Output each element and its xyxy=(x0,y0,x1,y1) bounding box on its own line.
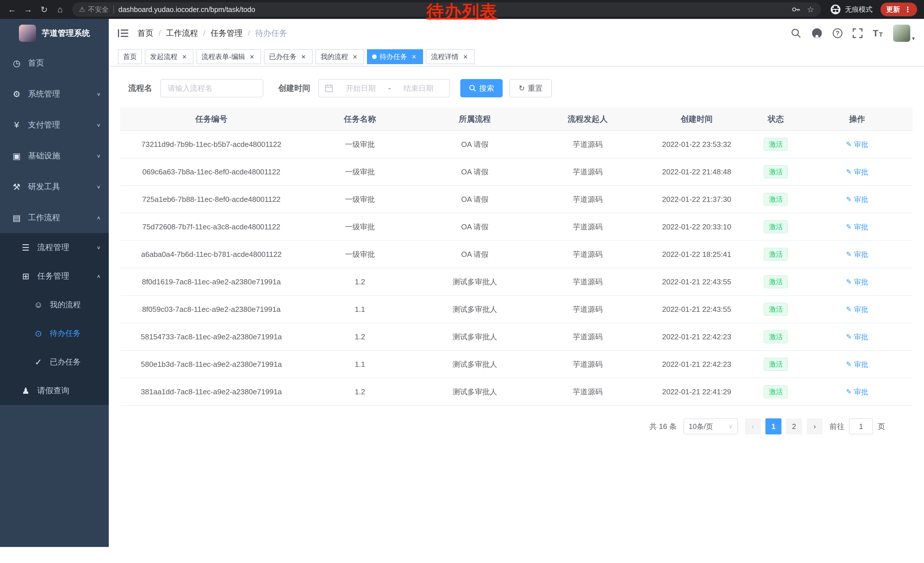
goto-page-input[interactable] xyxy=(849,418,873,434)
approve-link[interactable]: ✎审批 xyxy=(846,332,868,342)
sidebar-item-system[interactable]: ⚙ 系统管理 ∨ xyxy=(0,78,109,110)
breadcrumb-home[interactable]: 首页 xyxy=(137,28,153,39)
cell-status: 激活 xyxy=(750,158,802,186)
tab-todo-tasks[interactable]: 待办任务 × xyxy=(367,49,423,64)
cell-process: OA 请假 xyxy=(417,240,532,268)
sidebar-fold-icon[interactable] xyxy=(118,29,128,37)
approve-link[interactable]: ✎审批 xyxy=(846,140,868,149)
approve-link[interactable]: ✎审批 xyxy=(846,167,868,177)
search-button[interactable]: 搜索 xyxy=(460,79,502,98)
workflow-submenu: ☰ 流程管理 ∨ ⊞ 任务管理 ∧ ☺ 我的流程 ⊙ 待办任务 xyxy=(0,233,109,405)
fullscreen-icon[interactable] xyxy=(853,29,862,38)
cell-actions: ✎审批 xyxy=(801,186,912,213)
tab-create-process[interactable]: 发起流程 × xyxy=(145,49,194,64)
start-date-placeholder[interactable]: 开始日期 xyxy=(336,83,386,93)
sidebar-item-todo-tasks[interactable]: ⊙ 待办任务 xyxy=(0,319,109,348)
search-icon[interactable] xyxy=(791,28,801,38)
sidebar-item-infrastructure[interactable]: ▣ 基础设施 ∨ xyxy=(0,140,109,171)
github-icon[interactable] xyxy=(812,28,822,39)
cell-initiator: 芋道源码 xyxy=(532,296,643,323)
edit-icon: ✎ xyxy=(846,278,852,286)
close-icon[interactable]: × xyxy=(180,53,188,61)
bookmark-star-icon[interactable]: ☆ xyxy=(807,5,814,14)
chevron-down-icon: ∨ xyxy=(96,245,101,250)
tab-form-edit[interactable]: 流程表单-编辑 × xyxy=(196,49,261,64)
security-label: 不安全 xyxy=(88,5,109,14)
process-name-input[interactable] xyxy=(160,79,263,98)
approve-link[interactable]: ✎审批 xyxy=(846,222,868,232)
approve-link[interactable]: ✎审批 xyxy=(846,250,868,259)
close-icon[interactable]: × xyxy=(351,53,359,61)
chevron-up-icon: ∧ xyxy=(96,273,101,279)
reload-icon[interactable]: ↻ xyxy=(37,2,51,17)
page-1-button[interactable]: 1 xyxy=(765,418,782,434)
status-badge: 激活 xyxy=(764,385,788,398)
prev-page-button[interactable]: ‹ xyxy=(745,418,761,434)
approve-link[interactable]: ✎审批 xyxy=(846,360,868,369)
sidebar-item-leave-query[interactable]: ♟ 请假查询 xyxy=(0,376,109,405)
todo-task-table: 任务编号 任务名称 所属流程 流程发起人 创建时间 状态 操作 73211d9d… xyxy=(120,108,912,406)
cell-process: OA 请假 xyxy=(417,158,532,186)
sidebar-item-workflow[interactable]: ▤ 工作流程 ∧ xyxy=(0,202,109,233)
approve-link[interactable]: ✎审批 xyxy=(846,305,868,314)
date-range-picker[interactable]: 开始日期 - 结束日期 xyxy=(318,79,450,98)
page-size-select[interactable]: 10条/页 ∨ xyxy=(684,418,738,434)
tab-done-tasks[interactable]: 已办任务 × xyxy=(264,49,313,64)
sidebar-item-process-mgmt[interactable]: ☰ 流程管理 ∨ xyxy=(0,233,109,262)
security-status[interactable]: ⚠ 不安全 xyxy=(79,5,109,14)
cell-task-id: 8f0d1619-7ac8-11ec-a9e2-a2380e71991a xyxy=(120,268,303,296)
cell-initiator: 芋道源码 xyxy=(532,158,643,186)
pagination: 共 16 条 10条/页 ∨ ‹ 1 2 › 前往 页 xyxy=(120,418,912,434)
cell-status: 激活 xyxy=(750,213,802,240)
col-task-name: 任务名称 xyxy=(303,108,417,131)
update-button[interactable]: 更新 ⋮ xyxy=(880,3,917,17)
breadcrumb-task-mgmt[interactable]: 任务管理 xyxy=(211,28,243,39)
browser-chrome: ← → ↻ ⌂ ⚠ 不安全 dashboard.yudao.iocoder.cn… xyxy=(0,0,924,19)
approve-link[interactable]: ✎审批 xyxy=(846,195,868,204)
table-row: 580e1b3d-7ac8-11ec-a9e2-a2380e71991a 1.1… xyxy=(120,350,912,378)
key-icon[interactable] xyxy=(792,5,800,14)
tab-home[interactable]: 首页 xyxy=(118,49,142,64)
close-icon[interactable]: × xyxy=(299,53,308,61)
next-page-button[interactable]: › xyxy=(807,418,823,434)
col-status: 状态 xyxy=(750,108,802,131)
help-icon[interactable]: ? xyxy=(833,29,842,38)
user-menu[interactable]: ▾ xyxy=(893,25,915,42)
page-2-button[interactable]: 2 xyxy=(786,418,802,434)
back-icon[interactable]: ← xyxy=(4,2,20,17)
close-icon[interactable]: × xyxy=(461,53,470,61)
approve-link[interactable]: ✎审批 xyxy=(846,277,868,287)
close-icon[interactable]: × xyxy=(410,53,418,61)
end-date-placeholder[interactable]: 结束日期 xyxy=(393,83,444,93)
cell-created: 2022-01-22 21:48:48 xyxy=(643,158,750,186)
sidebar-item-payment[interactable]: ¥ 支付管理 ∨ xyxy=(0,110,109,140)
breadcrumb-workflow[interactable]: 工作流程 xyxy=(166,28,198,39)
filter-form: 流程名 创建时间 开始日期 - 结束日期 搜索 ↻ 重置 xyxy=(128,79,912,98)
tab-my-process[interactable]: 我的流程 × xyxy=(315,49,364,64)
cell-task-id: 725a1eb6-7b88-11ec-8ef0-acde48001122 xyxy=(120,186,303,213)
cell-created: 2022-01-22 20:33:10 xyxy=(643,213,750,240)
cell-task-name: 1.2 xyxy=(303,268,417,296)
sidebar-item-done-tasks[interactable]: ✓ 已办任务 xyxy=(0,348,109,376)
cell-process: 测试多审批人 xyxy=(417,268,532,296)
sidebar-item-task-mgmt[interactable]: ⊞ 任务管理 ∧ xyxy=(0,262,109,290)
more-menu-icon[interactable]: ⋮ xyxy=(904,5,911,14)
tab-process-detail[interactable]: 流程详情 × xyxy=(426,49,475,64)
sidebar-item-devtools[interactable]: ⚒ 研发工具 ∨ xyxy=(0,171,109,202)
font-size-icon[interactable]: T T xyxy=(873,29,883,38)
avatar[interactable] xyxy=(893,25,910,42)
sidebar-item-my-process[interactable]: ☺ 我的流程 xyxy=(0,290,109,319)
forward-icon[interactable]: → xyxy=(21,2,36,17)
status-badge: 激活 xyxy=(764,303,788,316)
cell-task-name: 一级审批 xyxy=(303,186,417,213)
reset-button[interactable]: ↻ 重置 xyxy=(510,79,552,98)
approve-link[interactable]: ✎审批 xyxy=(846,387,868,396)
sidebar-item-home[interactable]: ◷ 首页 xyxy=(0,48,109,78)
goto-label: 前往 xyxy=(830,422,844,432)
home-icon[interactable]: ⌂ xyxy=(52,2,68,17)
cell-actions: ✎审批 xyxy=(801,296,912,323)
cell-actions: ✎审批 xyxy=(801,213,912,240)
cell-status: 激活 xyxy=(750,268,802,296)
close-icon[interactable]: × xyxy=(248,53,256,61)
edit-icon: ✎ xyxy=(846,388,852,396)
